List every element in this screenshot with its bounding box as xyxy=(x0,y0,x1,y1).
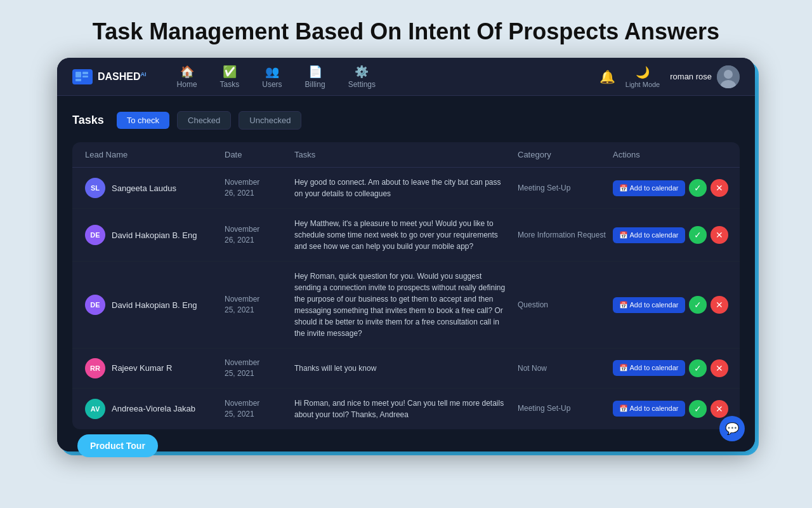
reject-button[interactable]: ✕ xyxy=(710,179,728,197)
table-row: SL Sangeeta Laudus November26, 2021 Hey … xyxy=(72,168,740,209)
user-name: roman rose xyxy=(670,72,712,81)
svg-point-5 xyxy=(724,70,733,79)
category-cell: Question xyxy=(518,300,613,311)
navbar: DASHEDAI 🏠 Home ✅ Tasks 👥 Users 📄 Billin… xyxy=(57,58,755,96)
add-calendar-button[interactable]: 📅 Add to calendar xyxy=(613,297,685,313)
lead-cell: DE David Hakopian B. Eng xyxy=(85,295,225,315)
svg-rect-3 xyxy=(75,79,81,81)
main-content: Tasks To check Checked Unchecked Lead Na… xyxy=(57,96,755,451)
tab-to-check[interactable]: To check xyxy=(117,112,169,129)
nav-users-label: Users xyxy=(262,80,282,89)
light-mode-label: Light Mode xyxy=(625,81,660,88)
home-icon: 🏠 xyxy=(180,65,194,79)
approve-button[interactable]: ✓ xyxy=(689,296,707,314)
approve-button[interactable]: ✓ xyxy=(689,226,707,244)
col-date: Date xyxy=(225,150,294,159)
lead-name: David Hakopian B. Eng xyxy=(112,300,197,310)
category-cell: Meeting Set-Up xyxy=(518,183,613,194)
lead-name: Andreea-Viorela Jakab xyxy=(112,404,195,413)
approve-button[interactable]: ✓ xyxy=(689,400,707,418)
table-header: Lead Name Date Tasks Category Actions xyxy=(72,142,740,168)
svg-rect-2 xyxy=(82,76,88,77)
actions-cell: 📅 Add to calendar ✓ ✕ xyxy=(613,296,727,314)
lead-name: Rajeev Kumar R xyxy=(112,363,172,373)
actions-cell: 📅 Add to calendar ✓ ✕ xyxy=(613,400,727,418)
product-tour-button[interactable]: Product Tour xyxy=(77,434,158,457)
col-lead-name: Lead Name xyxy=(85,150,225,159)
table-row: RR Rajeev Kumar R November25, 2021 Thank… xyxy=(72,349,740,389)
lead-avatar: DE xyxy=(85,225,105,245)
tasks-title: Tasks xyxy=(72,114,104,127)
approve-button[interactable]: ✓ xyxy=(689,179,707,197)
task-cell: Hi Roman, and nice to meet you! Can you … xyxy=(294,398,518,420)
app-container: DASHEDAI 🏠 Home ✅ Tasks 👥 Users 📄 Billin… xyxy=(57,58,755,451)
task-cell: Hey good to connect. Am about to leave t… xyxy=(294,177,518,199)
lead-avatar: SL xyxy=(85,178,105,198)
table-row: DE David Hakopian B. Eng November26, 202… xyxy=(72,209,740,262)
user-avatar xyxy=(717,65,740,88)
nav-right: 🔔 🌙 Light Mode roman rose xyxy=(599,65,740,88)
actions-cell: 📅 Add to calendar ✓ ✕ xyxy=(613,226,727,244)
nav-settings-label: Settings xyxy=(348,80,376,89)
nav-items: 🏠 Home ✅ Tasks 👥 Users 📄 Billing ⚙️ Sett… xyxy=(167,60,599,94)
category-cell: Meeting Set-Up xyxy=(518,403,613,414)
svg-rect-1 xyxy=(82,72,88,74)
table-row: AV Andreea-Viorela Jakab November25, 202… xyxy=(72,389,740,429)
users-icon: 👥 xyxy=(265,65,279,79)
add-calendar-button[interactable]: 📅 Add to calendar xyxy=(613,401,685,417)
lead-avatar: AV xyxy=(85,399,105,419)
nav-settings[interactable]: ⚙️ Settings xyxy=(338,60,386,94)
nav-billing[interactable]: 📄 Billing xyxy=(295,60,336,94)
logo: DASHEDAI xyxy=(72,69,147,84)
lead-cell: AV Andreea-Viorela Jakab xyxy=(85,399,225,419)
tab-checked[interactable]: Checked xyxy=(177,111,231,130)
task-cell: Hey Matthew, it's a pleasure to meet you… xyxy=(294,218,518,252)
reject-button[interactable]: ✕ xyxy=(710,226,728,244)
logo-text: DASHEDAI xyxy=(98,71,147,83)
date-cell: November26, 2021 xyxy=(225,177,294,199)
page-title: Task Management Based On Intent Of Prosp… xyxy=(0,0,812,58)
add-calendar-button[interactable]: 📅 Add to calendar xyxy=(613,360,685,376)
nav-users[interactable]: 👥 Users xyxy=(252,60,292,94)
add-calendar-button[interactable]: 📅 Add to calendar xyxy=(613,180,685,196)
reject-button[interactable]: ✕ xyxy=(710,400,728,418)
lead-name: Sangeeta Laudus xyxy=(112,184,176,193)
logo-ai: AI xyxy=(141,71,147,77)
actions-cell: 📅 Add to calendar ✓ ✕ xyxy=(613,359,727,377)
add-calendar-button[interactable]: 📅 Add to calendar xyxy=(613,227,685,243)
lead-cell: DE David Hakopian B. Eng xyxy=(85,225,225,245)
billing-icon: 📄 xyxy=(308,65,322,79)
date-cell: November25, 2021 xyxy=(225,358,294,379)
tasks-table: Lead Name Date Tasks Category Actions SL… xyxy=(72,142,740,429)
category-cell: Not Now xyxy=(518,363,613,374)
reject-button[interactable]: ✕ xyxy=(710,359,728,377)
light-mode-toggle[interactable]: 🌙 Light Mode xyxy=(625,65,660,88)
task-cell: Thanks will let you know xyxy=(294,363,518,374)
col-actions: Actions xyxy=(613,150,727,159)
actions-cell: 📅 Add to calendar ✓ ✕ xyxy=(613,179,727,197)
moon-icon: 🌙 xyxy=(636,65,650,79)
nav-tasks-label: Tasks xyxy=(220,80,240,89)
nav-tasks[interactable]: ✅ Tasks xyxy=(210,60,250,94)
table-row: DE David Hakopian B. Eng November25, 202… xyxy=(72,262,740,349)
date-cell: November25, 2021 xyxy=(225,294,294,316)
tasks-header: Tasks To check Checked Unchecked xyxy=(72,111,740,130)
task-cell: Hey Roman, quick question for you. Would… xyxy=(294,271,518,339)
chat-bubble[interactable]: 💬 xyxy=(719,416,745,441)
lead-avatar: RR xyxy=(85,358,105,378)
settings-icon: ⚙️ xyxy=(355,65,369,79)
category-cell: More Information Request xyxy=(518,230,613,241)
nav-home-label: Home xyxy=(177,80,197,89)
reject-button[interactable]: ✕ xyxy=(710,296,728,314)
nav-billing-label: Billing xyxy=(305,80,325,89)
lead-avatar: DE xyxy=(85,295,105,315)
notification-icon[interactable]: 🔔 xyxy=(599,69,615,84)
lead-cell: RR Rajeev Kumar R xyxy=(85,358,225,378)
tab-unchecked[interactable]: Unchecked xyxy=(239,111,301,130)
user-info: roman rose xyxy=(670,65,740,88)
lead-cell: SL Sangeeta Laudus xyxy=(85,178,225,198)
nav-home[interactable]: 🏠 Home xyxy=(167,60,207,94)
date-cell: November25, 2021 xyxy=(225,398,294,420)
tasks-icon: ✅ xyxy=(223,65,237,79)
approve-button[interactable]: ✓ xyxy=(689,359,707,377)
